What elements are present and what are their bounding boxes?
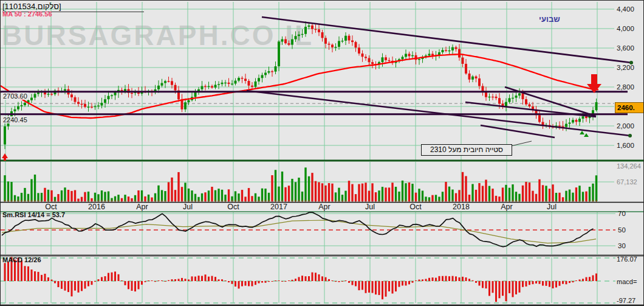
candlestick [475,77,478,78]
candlestick [171,81,173,85]
macd-histogram-bar [51,280,53,281]
macd-histogram-bar [595,274,597,281]
candlestick [361,54,364,57]
macd-histogram-bar [118,274,120,281]
macd-histogram-bar [275,280,276,281]
candlestick [358,47,360,54]
macd-histogram-bar [261,281,263,283]
current-price-badge: 2460. [615,102,644,113]
macd-histogram-bar [145,281,146,282]
candlestick [251,86,253,87]
macd-histogram-bar [388,281,390,291]
volume-bar [348,181,350,201]
macd-histogram-bar [281,281,283,282]
x-axis-label: Jul [365,203,375,211]
macd-histogram-bar [248,281,250,286]
candlestick [204,86,207,86]
volume-bar [391,183,393,201]
macd-histogram-bar [114,271,116,281]
price-axis-label: 4,000 [617,25,634,32]
volume-bar [482,186,484,201]
chart-canvas[interactable]: Oct2016AprJulOct2017AprJulOct2018AprJul4… [1,1,644,306]
candlestick [157,86,160,89]
candlestick [324,38,327,43]
price-axis-label: 3,600 [617,44,634,52]
volume-bar [291,179,293,201]
candlestick [348,36,351,41]
candlestick [188,100,190,103]
macd-histogram-bar [188,279,190,281]
candlestick [301,34,304,35]
macd-histogram-bar [218,279,220,281]
volume-bar [181,187,183,201]
volume-bar [411,184,413,201]
macd-histogram-bar [542,281,544,286]
volume-bar [295,182,296,201]
volume-bar [328,183,330,201]
volume-bar [308,176,310,201]
macd-histogram-bar [228,281,230,282]
volume-bar [50,190,52,201]
macd-panel-label: MACD 12/26 [2,256,41,263]
macd-histogram-bar [499,281,501,298]
macd-histogram-bar [128,281,129,289]
macd-histogram-bar [465,277,467,281]
volume-bar [451,190,453,201]
candlestick [24,103,26,105]
volume-bar [188,189,190,201]
macd-histogram-bar [211,276,213,281]
macd-histogram-bar [472,280,474,281]
volume-bar [589,187,591,201]
volume-bar [10,182,12,201]
volume-bar [288,186,290,201]
volume-bar [298,178,300,201]
resistance-level-label: 2703.60 [2,92,29,100]
candlestick [208,86,210,87]
macd-histogram-bar [512,281,514,297]
macd-histogram-bar [41,275,43,281]
volume-bar [281,172,283,201]
macd-histogram-bar [268,281,270,282]
candlestick [64,89,66,91]
macd-histogram-bar [435,278,437,281]
macd-histogram-bar [428,278,430,281]
x-axis-label: Oct [227,203,239,211]
volume-bar [137,190,139,201]
volume-bar [44,188,46,201]
volume-bar [241,190,243,201]
x-axis-label: Apr [318,203,330,211]
macd-histogram-bar [439,276,440,281]
macd-histogram-bar [586,277,587,281]
candlestick [174,85,177,91]
macd-histogram-bar [154,281,156,282]
candlestick [34,94,36,97]
candlestick [451,47,454,50]
macd-histogram-bar [91,281,93,285]
volume-bar [275,170,276,201]
buy-mark-icon [584,133,589,137]
macd-histogram-bar [111,273,113,281]
macd-histogram-bar [392,281,394,294]
macd-histogram-bar [532,281,534,284]
ma50-line [1,54,598,118]
macd-histogram-bar [238,281,240,288]
volume-bar [228,189,230,201]
macd-histogram-bar [552,281,554,288]
candlestick [382,57,384,62]
macd-histogram-bar [7,262,9,281]
macd-histogram-bar [582,279,584,281]
macd-histogram-bar [241,281,243,287]
volume-bar [214,190,216,201]
macd-histogram-bar [252,281,253,286]
volume-bar [525,182,527,201]
candlestick [402,57,404,59]
macd-histogram-bar [539,281,541,284]
candlestick [30,98,33,100]
volume-bar [458,190,460,201]
volume-bar [331,184,333,201]
volume-bar [191,190,193,201]
volume-bar [418,189,420,201]
macd-histogram-bar [34,271,36,281]
candlestick [284,39,287,43]
candlestick [184,102,187,110]
